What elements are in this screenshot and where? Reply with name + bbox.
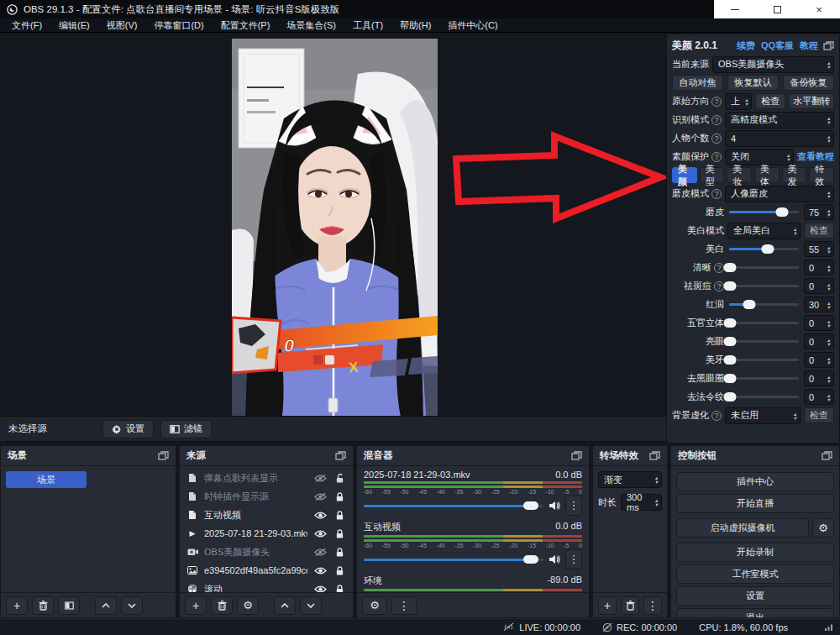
scene-filters-button[interactable] [58, 596, 80, 615]
dark-circle-slider[interactable] [727, 370, 801, 386]
info-icon[interactable]: ? [711, 97, 722, 107]
visibility-off-icon[interactable] [313, 548, 327, 557]
exit-button[interactable]: 退出 [676, 608, 834, 617]
menu-edit[interactable]: 编辑(E) [50, 18, 98, 32]
lock-icon[interactable] [333, 491, 346, 502]
menu-view[interactable]: 视图(V) [98, 18, 146, 32]
source-row[interactable]: ▶ 2025-07-18 21-29-03.mkv [180, 524, 353, 543]
tutorial-link[interactable]: 教程 [800, 39, 818, 52]
slider-thumb[interactable] [743, 300, 756, 309]
tab-body[interactable]: 美体 [754, 167, 780, 183]
visibility-on-icon[interactable] [313, 511, 327, 520]
teeth-value[interactable]: 0▴▾ [804, 352, 834, 368]
dark-circle-value[interactable]: 0▴▾ [804, 370, 834, 386]
visibility-off-icon[interactable] [313, 474, 327, 483]
add-source-button[interactable]: + [185, 596, 207, 615]
volume-thumb[interactable] [523, 555, 538, 564]
slider-thumb[interactable] [724, 263, 737, 272]
horizontal-flip-button[interactable]: 水平翻转 [789, 93, 834, 109]
scene-item-selected[interactable]: 场景 [6, 471, 87, 488]
bright-eyes-value[interactable]: 0▴▾ [804, 333, 834, 349]
info-icon[interactable]: ? [711, 152, 722, 162]
slider-thumb[interactable] [724, 392, 737, 401]
menu-plugin-center[interactable]: 插件中心(C) [439, 18, 506, 32]
add-scene-button[interactable]: + [6, 596, 28, 615]
slider-thumb[interactable] [776, 207, 789, 217]
popout-icon[interactable] [571, 451, 582, 460]
slider-thumb[interactable] [724, 318, 737, 328]
nasolabial-value[interactable]: 0▴▾ [804, 389, 834, 405]
nasolabial-slider[interactable] [727, 389, 801, 405]
white-check-button[interactable]: 检查 [804, 223, 834, 239]
remove-scene-button[interactable] [32, 596, 54, 615]
info-icon[interactable]: ? [711, 189, 722, 199]
whiten-slider[interactable] [727, 241, 801, 257]
autofocus-button[interactable]: 自动对焦 [672, 75, 723, 91]
blemish-slider[interactable] [727, 278, 801, 294]
transition-menu-button[interactable]: ⋮ [643, 596, 662, 615]
renew-link[interactable]: 续费 [737, 39, 755, 52]
studio-mode-button[interactable]: 工作室模式 [676, 564, 834, 584]
tab-beauty[interactable]: 美颜 [672, 167, 697, 183]
info-icon[interactable]: ? [711, 134, 722, 144]
source-row[interactable]: e394502df49aa5fc2a99cd2e7c [180, 561, 353, 580]
lock-icon[interactable] [333, 510, 346, 521]
source-row[interactable]: OBS美颜摄像头 [180, 543, 353, 561]
remove-source-button[interactable] [211, 596, 233, 615]
move-scene-up-button[interactable] [95, 596, 117, 615]
move-source-up-button[interactable] [274, 596, 296, 615]
visibility-on-icon[interactable] [313, 585, 327, 593]
smooth-mode-select[interactable]: 人像磨皮 ▴▾ [725, 186, 834, 202]
settings-button[interactable]: 设置 [676, 586, 834, 606]
tab-reshape[interactable]: 美型 [700, 167, 725, 183]
virtual-camera-settings-button[interactable]: ⚙ [812, 518, 834, 538]
visibility-on-icon[interactable] [313, 566, 327, 575]
whiten-value[interactable]: 55▴▾ [804, 241, 834, 257]
orientation-check-button[interactable]: 检查 [755, 93, 785, 109]
bg-blur-check-button[interactable]: 检查 [804, 407, 834, 423]
smooth-slider[interactable] [727, 204, 801, 220]
mixer-menu-button[interactable]: ⋮ [391, 596, 417, 615]
rosy-value[interactable]: 30▴▾ [804, 297, 834, 312]
person-count-spinner[interactable]: 4 ▴▾ [725, 130, 834, 147]
duration-spinner[interactable]: 300 ms ▴▾ [621, 494, 662, 511]
add-transition-button[interactable]: + [598, 596, 617, 615]
menu-help[interactable]: 帮助(H) [391, 18, 439, 32]
minimize-button[interactable] [714, 0, 756, 18]
plugin-center-button[interactable]: 插件中心 [676, 472, 834, 491]
clarity-value[interactable]: 0▴▾ [804, 260, 834, 276]
detect-mode-select[interactable]: 高精度模式 ▴▾ [725, 112, 834, 129]
advanced-audio-button[interactable]: ⚙ [362, 596, 387, 615]
preview-video[interactable]: 0 X [232, 39, 438, 428]
source-properties-button[interactable]: ⚙ [237, 596, 259, 615]
rosy-slider[interactable] [727, 297, 801, 312]
popout-icon[interactable] [649, 451, 660, 460]
slider-thumb[interactable] [724, 337, 737, 346]
lock-icon[interactable] [333, 547, 346, 558]
contour-value[interactable]: 0▴▾ [804, 315, 834, 331]
source-row[interactable]: 时钟插件显示源 [180, 487, 353, 506]
close-button[interactable]: × [798, 0, 840, 18]
tab-hair[interactable]: 美发 [782, 167, 807, 183]
slider-thumb[interactable] [724, 355, 737, 365]
channel-menu-button[interactable]: ⋮ [565, 496, 582, 516]
slider-thumb[interactable] [724, 281, 737, 291]
volume-slider[interactable] [364, 500, 543, 512]
unlock-icon[interactable] [333, 473, 346, 484]
source-settings-button[interactable]: 设置 [102, 420, 154, 438]
lock-icon[interactable] [333, 584, 346, 593]
slider-thumb[interactable] [724, 374, 737, 383]
popout-icon[interactable] [158, 451, 169, 460]
clarity-slider[interactable] [727, 260, 801, 276]
menu-tools[interactable]: 工具(T) [344, 18, 391, 32]
move-scene-down-button[interactable] [121, 596, 143, 615]
popout-icon[interactable] [335, 451, 346, 460]
backup-restore-button[interactable]: 备份恢复 [783, 75, 834, 91]
qq-support-link[interactable]: QQ客服 [761, 39, 794, 52]
maximize-button[interactable] [756, 0, 798, 18]
restore-defaults-button[interactable]: 恢复默认 [727, 75, 779, 91]
blemish-value[interactable]: 0▴▾ [804, 278, 834, 294]
speaker-icon[interactable] [549, 501, 560, 511]
info-icon[interactable]: ? [714, 281, 724, 291]
menu-scene-collection[interactable]: 场景集合(S) [278, 18, 344, 32]
